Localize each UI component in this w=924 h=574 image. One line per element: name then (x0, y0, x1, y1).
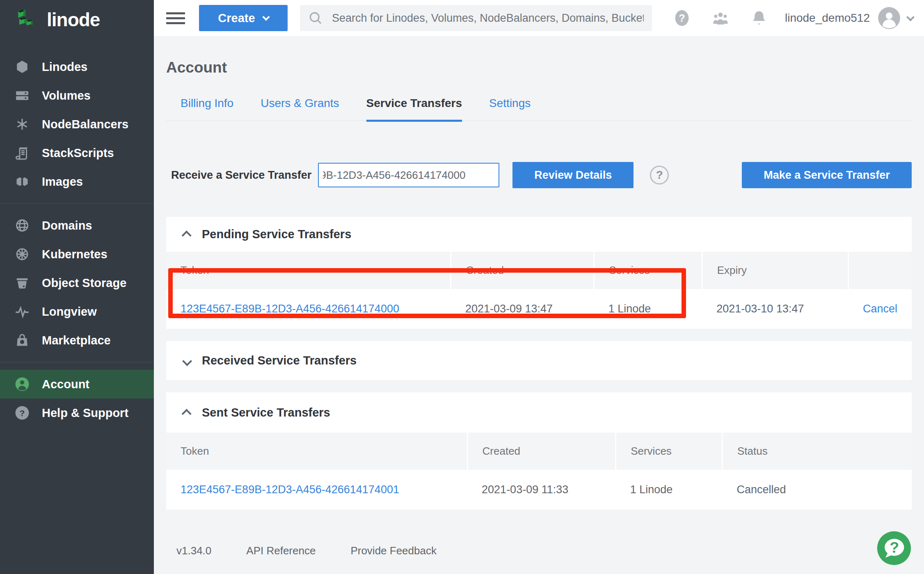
linode-logo-icon (14, 6, 39, 33)
pending-transfers-table: Token Created Services Expiry 123E4567-E… (166, 252, 912, 329)
tab-users-grants[interactable]: Users & Grants (261, 97, 339, 121)
services-cell: 1 Linode (616, 470, 723, 510)
column-header-services: Services (594, 252, 702, 289)
sidebar-item-help-support[interactable]: ? Help & Support (0, 399, 154, 427)
account-icon (14, 376, 30, 392)
tab-service-transfers[interactable]: Service Transfers (366, 97, 462, 122)
sidebar-item-longview[interactable]: Longview (0, 297, 154, 326)
page-title: Account (166, 59, 912, 76)
sidebar-item-label: Marketplace (42, 334, 111, 347)
received-service-transfers-card: Received Service Transfers (166, 341, 912, 380)
nodebalancers-icon (14, 116, 30, 132)
marketplace-icon (14, 332, 30, 348)
sidebar-item-marketplace[interactable]: Marketplace (0, 326, 154, 355)
sent-transfers-table: Token Created Services Status 123E4567-E… (166, 433, 912, 510)
column-header-services: Services (616, 433, 723, 470)
hamburger-menu-icon[interactable] (166, 9, 185, 27)
collapse-chevron-up-icon[interactable] (182, 230, 192, 240)
status-cell: Cancelled (722, 470, 912, 510)
sidebar-item-label: Help & Support (42, 406, 128, 420)
longview-icon (14, 303, 30, 320)
column-header-token: Token (166, 252, 451, 289)
sidebar-item-label: StackScripts (42, 146, 114, 160)
search-input[interactable] (332, 12, 644, 25)
sidebar-item-label: Kubernetes (42, 248, 107, 261)
avatar[interactable] (878, 7, 900, 29)
transfer-token-input[interactable] (318, 163, 499, 187)
question-mark-icon[interactable]: ? (650, 166, 669, 184)
tab-billing-info[interactable]: Billing Info (181, 97, 233, 121)
created-cell: 2021-03-09 13:47 (451, 289, 594, 329)
sidebar-item-label: Longview (42, 305, 97, 319)
help-chat-button[interactable]: ? (876, 531, 912, 566)
help-circle-icon: ? (14, 405, 30, 421)
table-row: 123E4567-E89B-12D3-A456-426614174001 202… (166, 470, 912, 510)
account-menu-chevron-icon[interactable] (906, 13, 915, 21)
api-reference-link[interactable]: API Reference (246, 544, 316, 557)
sidebar-item-domains[interactable]: Domains (0, 211, 154, 240)
expand-chevron-down-icon[interactable] (182, 356, 192, 366)
column-header-status: Status (722, 433, 912, 470)
sidebar-nav: Linodes Volumes NodeBalancers StackScrip… (0, 52, 154, 427)
sidebar-item-label: Domains (42, 219, 92, 232)
sidebar-item-label: Linodes (42, 60, 87, 74)
community-button[interactable] (712, 9, 729, 27)
stackscripts-icon (14, 145, 30, 161)
created-cell: 2021-03-09 11:33 (467, 470, 616, 510)
sidebar-item-label: Object Storage (42, 276, 126, 290)
domains-icon (14, 217, 30, 234)
username-menu[interactable]: linode_demo512 (785, 11, 870, 25)
make-service-transfer-button[interactable]: Make a Service Transfer (742, 162, 912, 188)
tab-settings[interactable]: Settings (489, 97, 531, 121)
section-title: Received Service Transfers (202, 354, 357, 367)
sidebar-item-images[interactable]: Images (0, 167, 154, 196)
sidebar-item-volumes[interactable]: Volumes (0, 81, 154, 110)
sidebar-item-kubernetes[interactable]: Kubernetes (0, 240, 154, 269)
column-header-expiry: Expiry (702, 252, 849, 289)
linode-logo[interactable]: linode (0, 0, 154, 39)
column-header-token: Token (166, 433, 467, 470)
review-details-button[interactable]: Review Details (512, 162, 634, 188)
sidebar-item-label: NodeBalancers (42, 118, 128, 131)
sidebar-item-object-storage[interactable]: Object Storage (0, 269, 154, 297)
volumes-icon (14, 87, 30, 104)
receive-transfer-label: Receive a Service Transfer (171, 169, 311, 182)
create-button[interactable]: Create (199, 5, 288, 31)
services-cell: 1 Linode (594, 289, 702, 329)
chevron-down-icon (262, 13, 270, 20)
linode-logo-text: linode (47, 9, 100, 31)
create-button-label: Create (218, 11, 255, 25)
object-storage-icon (14, 275, 30, 291)
token-link[interactable]: 123E4567-E89B-12D3-A456-426614174000 (181, 303, 399, 315)
collapse-chevron-up-icon[interactable] (182, 409, 192, 419)
sidebar-item-linodes[interactable]: Linodes (0, 52, 154, 81)
linodes-icon (14, 59, 30, 75)
sidebar-item-nodebalancers[interactable]: NodeBalancers (0, 110, 154, 139)
sidebar-divider (0, 203, 154, 204)
svg-text:?: ? (890, 539, 899, 556)
receive-service-transfer-row: Receive a Service Transfer Review Detail… (166, 150, 912, 200)
provide-feedback-link[interactable]: Provide Feedback (350, 544, 437, 557)
cancel-link[interactable]: Cancel (863, 303, 897, 315)
pending-service-transfers-card: Pending Service Transfers Token Created … (166, 217, 912, 329)
column-header-actions (849, 252, 912, 289)
sidebar-item-label: Volumes (42, 89, 91, 102)
tab-bar: Billing Info Users & Grants Service Tran… (166, 97, 912, 121)
kubernetes-icon (14, 246, 30, 262)
search-bar[interactable] (300, 5, 652, 31)
svg-text:?: ? (20, 408, 25, 418)
images-icon (14, 173, 30, 190)
expiry-cell: 2021-03-10 13:47 (702, 289, 849, 329)
section-title: Sent Service Transfers (202, 406, 330, 419)
sidebar-item-account[interactable]: Account (0, 370, 154, 399)
help-icon: ? (673, 9, 691, 27)
token-link[interactable]: 123E4567-E89B-12D3-A456-426614174001 (181, 483, 399, 496)
help-button[interactable]: ? (673, 9, 691, 27)
notifications-button[interactable] (750, 9, 768, 27)
main-content: Account Billing Info Users & Grants Serv… (154, 36, 924, 574)
section-title: Pending Service Transfers (202, 228, 351, 241)
app-version: v1.34.0 (176, 544, 211, 557)
table-row: 123E4567-E89B-12D3-A456-426614174000 202… (166, 289, 912, 329)
sidebar-item-stackscripts[interactable]: StackScripts (0, 139, 154, 167)
bell-icon (750, 9, 768, 27)
